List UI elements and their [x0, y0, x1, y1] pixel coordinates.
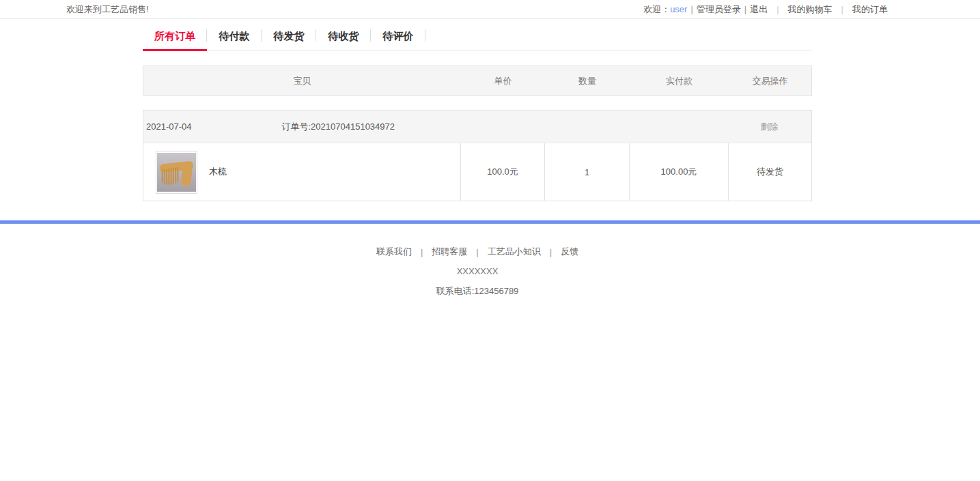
product-image[interactable]	[156, 151, 197, 194]
separator: |	[550, 247, 552, 257]
footer-phone-text: 联系电话:123456789	[143, 285, 812, 297]
footer-link-contact-us[interactable]: 联系我们	[376, 246, 412, 258]
wooden-comb-image	[157, 152, 196, 192]
quantity-cell: 1	[545, 143, 630, 201]
order-card-header: 2021-07-04 订单号:20210704151034972 删除	[143, 111, 811, 143]
header-quantity: 数量	[545, 75, 630, 87]
order-status-cell: 待发货	[729, 143, 811, 201]
unit-price-cell: 100.0元	[461, 143, 545, 201]
username-link[interactable]: user	[670, 4, 687, 14]
footer-link-craft-knowledge[interactable]: 工艺品小知识	[488, 246, 541, 258]
tab-pending-review[interactable]: 待评价	[371, 23, 425, 50]
site-welcome-text: 欢迎来到工艺品销售!	[66, 3, 149, 16]
header-product: 宝贝	[143, 75, 461, 87]
my-cart-link[interactable]: 我的购物车	[788, 3, 832, 16]
header-paid: 实付款	[630, 75, 729, 87]
welcome-label: 欢迎：	[643, 3, 670, 16]
product-cell: 木梳	[143, 143, 461, 201]
tab-pending-payment[interactable]: 待付款	[207, 23, 262, 50]
my-orders-link[interactable]: 我的订单	[852, 3, 888, 16]
tab-pending-shipment[interactable]: 待发货	[262, 23, 316, 50]
product-name-link[interactable]: 木梳	[209, 166, 227, 178]
header-action: 交易操作	[729, 75, 811, 87]
separator: |	[776, 4, 779, 14]
footer-link-feedback[interactable]: 反馈	[561, 246, 578, 258]
topbar: 欢迎来到工艺品销售! 欢迎： user | 管理员登录 | 退出 | 我的购物车…	[0, 0, 980, 19]
order-date: 2021-07-04	[146, 121, 192, 132]
footer-links: 联系我们 | 招聘客服 | 工艺品小知识 | 反馈	[143, 246, 812, 258]
footer-link-recruit-service[interactable]: 招聘客服	[432, 246, 467, 258]
footer-divider	[0, 220, 980, 224]
orders-table-header: 宝贝 单价 数量 实付款 交易操作	[143, 65, 812, 96]
separator: |	[690, 4, 692, 14]
separator: |	[744, 4, 746, 14]
separator: |	[476, 247, 478, 257]
order-item-row: 木梳 100.0元 1 100.00元 待发货	[143, 143, 811, 201]
delete-order-button[interactable]: 删除	[727, 121, 811, 133]
separator: |	[841, 4, 843, 14]
order-card: 2021-07-04 订单号:20210704151034972 删除	[143, 110, 812, 201]
order-status-tabs: 所有订单 待付款 待发货 待收货 待评价	[143, 23, 812, 50]
tab-all-orders[interactable]: 所有订单	[143, 23, 207, 50]
footer-placeholder-text: XXXXXXX	[143, 266, 812, 276]
page-footer: 联系我们 | 招聘客服 | 工艺品小知识 | 反馈 XXXXXXX 联系电话:1…	[143, 246, 812, 297]
order-number: 订单号:20210704151034972	[282, 121, 395, 133]
logout-link[interactable]: 退出	[750, 3, 768, 16]
header-unit-price: 单价	[461, 75, 545, 87]
paid-amount-cell: 100.00元	[630, 143, 729, 201]
tab-pending-receipt[interactable]: 待收货	[316, 23, 371, 50]
topbar-user-nav: 欢迎： user | 管理员登录 | 退出 | 我的购物车 | 我的订单	[643, 3, 888, 16]
admin-login-link[interactable]: 管理员登录	[697, 3, 741, 16]
separator: |	[421, 247, 423, 257]
